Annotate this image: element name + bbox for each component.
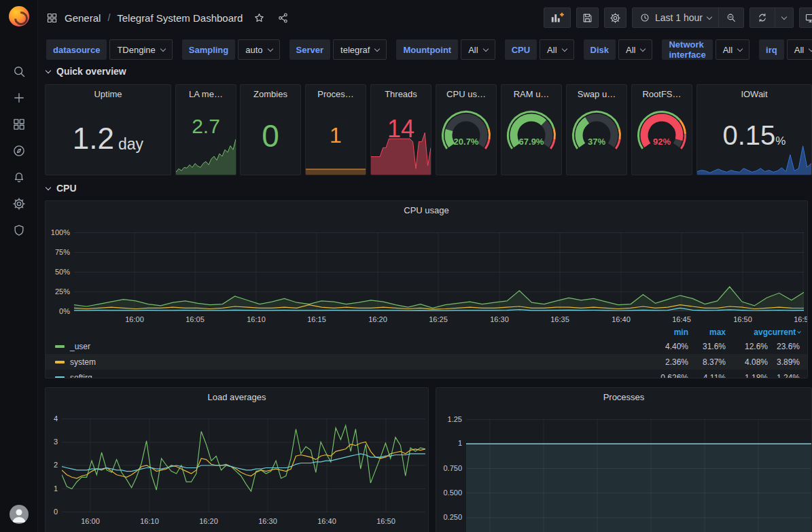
x-tick: 16:20 (199, 517, 218, 525)
panel-title[interactable]: Load averages (46, 392, 428, 402)
panel-title[interactable]: LA me… (176, 89, 236, 99)
panel-title[interactable]: Proces… (306, 89, 366, 99)
filter-value-datasource[interactable]: TDengine (109, 39, 172, 60)
panel-title[interactable]: CPU usage (46, 205, 807, 215)
panel-processes: Processes 1.25 1 0.750 0.500 0.250 (436, 387, 812, 532)
panel-title[interactable]: RootFS… (632, 89, 692, 99)
legend-max: 4.11% (688, 373, 726, 379)
share-icon[interactable] (277, 12, 289, 24)
svg-text:67.9%: 67.9% (519, 137, 544, 147)
panel-title[interactable]: Swap u… (567, 89, 626, 99)
breadcrumb-divider: / (107, 12, 110, 23)
panel-rootfs-gauge: RootFS… 92% (631, 84, 692, 175)
refresh-button[interactable] (750, 8, 775, 27)
chevron-down-icon (707, 14, 712, 19)
breadcrumb: General / Telegraf System Dashboard (46, 12, 289, 24)
settings-gear-icon[interactable] (12, 197, 26, 211)
filter-value-irq[interactable]: All (787, 39, 812, 60)
legend-col-min[interactable]: min (641, 327, 688, 337)
panel-ram-used-gauge: RAM u… 67.9% (501, 84, 562, 175)
legend-row-system: system 2.36% 8.37% 4.08% 3.89% (46, 354, 807, 370)
series-toggle[interactable]: _user (55, 342, 641, 351)
apps-grid-icon[interactable] (46, 12, 58, 24)
panel-title[interactable]: RAM u… (501, 89, 561, 99)
filter-value-disk[interactable]: All (618, 39, 652, 60)
y-tick: 4 (46, 414, 58, 423)
zoom-out-button[interactable] (718, 8, 743, 27)
panel-processes-stat: Proces… 1 (305, 84, 366, 175)
time-range-picker[interactable]: Last 1 hour (633, 8, 718, 27)
stat-value: 14 (371, 115, 431, 143)
panel-cpu-usage: CPU usage 100% 75% 50% 25% 0% 16:00 16:0… (45, 200, 808, 378)
x-tick: 16:55 (794, 315, 808, 323)
legend-col-current[interactable]: current (768, 327, 800, 337)
search-icon[interactable] (12, 65, 26, 78)
legend-current: 23.6% (768, 342, 800, 351)
stat-value: 0 (241, 118, 300, 154)
grafana-logo[interactable] (9, 6, 29, 26)
section-quick-overview[interactable]: Quick overview (46, 66, 126, 77)
user-avatar[interactable] (10, 505, 29, 524)
load-averages-chart[interactable] (62, 419, 425, 512)
filter-label-cpu: CPU (505, 39, 537, 60)
panel-title[interactable]: Processes (436, 392, 811, 402)
panel-title[interactable]: IOWait (697, 89, 811, 99)
panel-threads: Threads 14 (370, 84, 431, 175)
explore-compass-icon[interactable] (12, 144, 26, 158)
legend-col-max[interactable]: max (688, 327, 726, 337)
filter-value-cpu[interactable]: All (540, 39, 573, 60)
filter-label-irq: irq (759, 39, 784, 60)
section-cpu[interactable]: CPU (46, 183, 77, 194)
x-tick: 16:10 (247, 315, 266, 323)
dashboards-grid-icon[interactable] (12, 118, 26, 131)
filter-value-sampling[interactable]: auto (238, 39, 279, 60)
alerting-bell-icon[interactable] (12, 171, 26, 184)
processes-sparkline[interactable] (306, 150, 366, 175)
filter-value-server[interactable]: telegraf (333, 39, 387, 60)
sidebar (0, 0, 38, 532)
y-tick: 50% (46, 268, 70, 276)
panel-la-medium: LA me… 2.7 (175, 84, 236, 175)
panel-title[interactable]: Zombies (241, 89, 300, 99)
admin-shield-icon[interactable] (12, 224, 26, 237)
save-dashboard-button[interactable] (576, 7, 599, 28)
rootfs-gauge[interactable]: 92% (633, 108, 691, 165)
chevron-down-icon (482, 46, 488, 51)
series-toggle[interactable]: softirq (55, 373, 641, 379)
processes-chart[interactable] (466, 419, 812, 532)
dashboard-settings-button[interactable] (604, 7, 626, 28)
la-sparkline[interactable] (176, 137, 236, 175)
series-toggle[interactable]: system (55, 357, 641, 367)
filter-value-network-interface[interactable]: All (716, 39, 749, 60)
ram-used-gauge[interactable]: 67.9% (502, 108, 561, 165)
svg-text:20.7%: 20.7% (454, 137, 479, 147)
filter-label-sampling: Sampling (182, 39, 236, 60)
legend-row-user: _user 4.40% 31.6% 12.6% 23.6% (46, 338, 807, 354)
stat-value: 2.7 (176, 115, 236, 138)
cpu-usage-gauge[interactable]: 20.7% (437, 108, 495, 165)
legend-col-avg[interactable]: avg (726, 327, 768, 337)
refresh-icon (757, 12, 768, 23)
y-tick: 0% (46, 307, 70, 315)
iowait-sparkline[interactable] (697, 145, 811, 175)
y-tick: 0.250 (436, 513, 462, 521)
stat-value: 1.2 (73, 122, 114, 156)
cycle-view-mode-button[interactable] (799, 7, 812, 28)
filter-value-mountpoint[interactable]: All (461, 39, 495, 60)
plus-icon[interactable] (12, 91, 26, 105)
add-panel-button[interactable] (544, 7, 571, 28)
panel-title[interactable]: Uptime (46, 89, 171, 99)
svg-text:92%: 92% (653, 137, 671, 147)
panel-title[interactable]: Threads (371, 89, 431, 99)
x-tick: 16:25 (429, 315, 448, 323)
y-tick: 0.500 (436, 489, 462, 497)
breadcrumb-section[interactable]: General (65, 12, 101, 24)
refresh-interval-dropdown[interactable] (775, 8, 793, 27)
star-icon[interactable] (253, 12, 265, 24)
legend-current: 3.89% (768, 357, 800, 367)
x-tick: 16:10 (140, 517, 159, 525)
swap-used-gauge[interactable]: 37% (567, 108, 626, 165)
panel-title[interactable]: CPU us… (436, 89, 496, 99)
cpu-usage-chart[interactable] (74, 232, 804, 311)
time-range-label: Last 1 hour (655, 12, 703, 23)
